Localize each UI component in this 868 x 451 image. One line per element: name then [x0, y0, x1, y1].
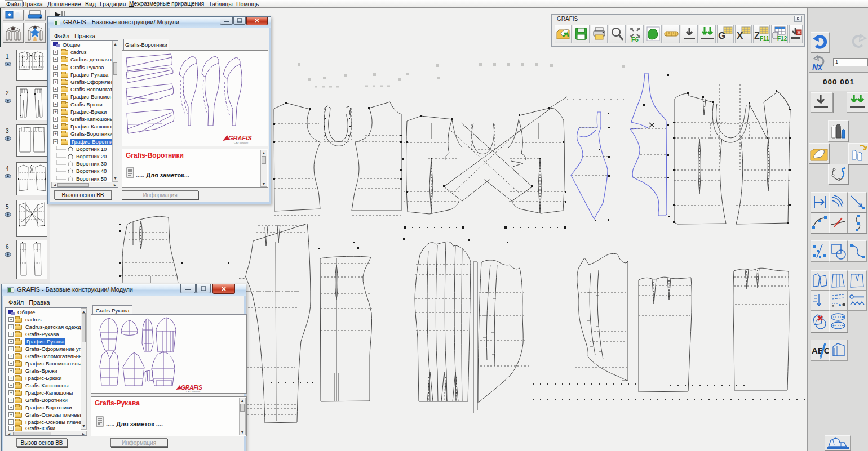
svg-text:F12: F12 [777, 35, 787, 42]
svg-text:X: X [737, 30, 743, 41]
svg-text:Z: Z [754, 31, 760, 41]
svg-text:F11: F11 [760, 35, 769, 42]
svg-text:Nx: Nx [812, 62, 823, 72]
svg-text:F6: F6 [631, 36, 639, 43]
svg-text:GRAFIS: GRAFIS [228, 135, 252, 141]
svg-text:CAD Software: CAD Software [186, 390, 201, 393]
svg-text:CAD Software: CAD Software [234, 141, 249, 144]
svg-text:ABC: ABC [812, 346, 829, 355]
svg-text:G: G [718, 30, 725, 41]
